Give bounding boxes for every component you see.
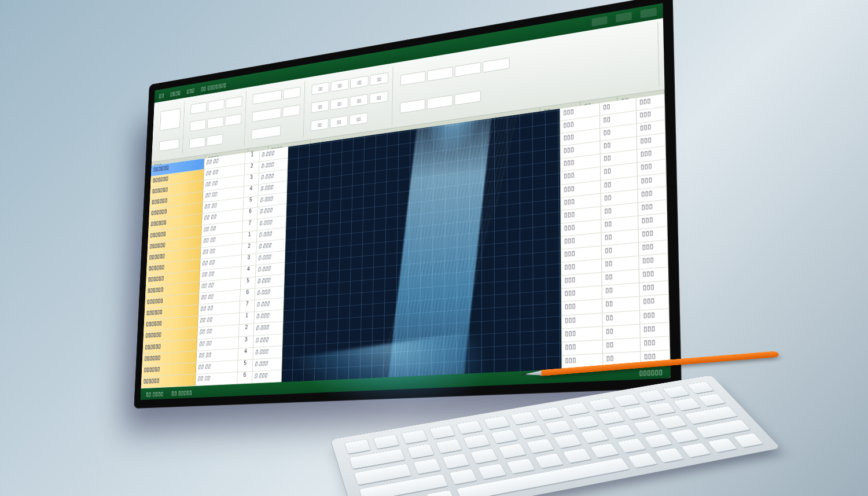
ribbon-button	[190, 102, 207, 114]
ribbon-button	[208, 99, 225, 112]
ribbon-button	[455, 62, 481, 77]
ribbon-button	[427, 95, 453, 109]
ribbon-button: ▯▯	[330, 97, 348, 111]
ribbon-button	[454, 91, 481, 106]
scene: ▯▯ ▯▯▯▯ ▯▯▯ ▯▯ ▯▯▯▯▯▯▯	[0, 0, 868, 496]
ribbon-button	[225, 113, 241, 126]
ribbon-button	[282, 105, 300, 117]
ribbon-button	[207, 116, 224, 129]
sheet-tab: ▯▯ ▯▯▯▯	[146, 391, 163, 397]
window-max-icon	[616, 12, 632, 22]
app-menu-item: ▯▯▯▯	[170, 89, 181, 97]
left-data-columns: ▯▯▯▯▯▯▯▯ ▯▯1▯.▯▯▯▯▯▯▯▯▯▯▯ ▯▯2▯.▯▯▯▯▯▯▯▯▯…	[141, 147, 288, 389]
ribbon-button: ▯▯	[370, 91, 388, 104]
window-min-icon	[591, 16, 607, 27]
dark-grid-area	[282, 109, 562, 382]
ribbon-button: ▯▯	[370, 72, 388, 86]
ribbon-button	[226, 96, 242, 109]
ribbon-button	[207, 134, 223, 146]
spreadsheet-window: ▯▯ ▯▯▯▯ ▯▯▯ ▯▯ ▯▯▯▯▯▯▯	[141, 3, 671, 400]
ribbon-button: ▯▯	[350, 112, 368, 126]
ribbon-button: ▯▯	[350, 94, 368, 107]
ribbon-button	[283, 87, 300, 100]
ribbon-button	[190, 119, 206, 131]
app-menu-item: ▯▯▯	[186, 87, 194, 94]
window-close-icon	[641, 8, 657, 19]
ribbon-button: ▯▯	[330, 115, 348, 128]
ribbon-button	[160, 108, 181, 131]
ribbon-button	[189, 137, 205, 149]
ribbon-button	[427, 67, 453, 82]
ribbon-button	[252, 90, 282, 105]
ribbon-button: ▯▯	[330, 79, 348, 92]
app-menu-item: ▯▯	[159, 92, 164, 99]
ribbon-button	[483, 57, 510, 72]
right-data-columns: ▯▯▯▯▯▯▯▯▯▯▯▯▯▯▯▯▯▯▯▯▯▯▯▯▯▯▯▯▯▯▯▯▯▯▯▯▯▯▯▯…	[560, 94, 670, 369]
ribbon-button	[400, 71, 426, 85]
ribbon-button: ▯▯	[311, 100, 329, 113]
ribbon-button: ▯▯	[350, 76, 369, 89]
ribbon-button	[159, 139, 179, 152]
ribbon-button: ▯▯	[311, 118, 329, 131]
ribbon-button	[400, 99, 425, 113]
ribbon-button: ▯▯	[311, 82, 329, 95]
ribbon-button	[251, 126, 281, 140]
app-title: ▯▯ ▯▯▯▯▯▯▯	[201, 81, 227, 92]
sheet-tab: ▯▯ ▯▯▯▯▯	[171, 389, 192, 396]
tablet-monitor: ▯▯ ▯▯▯▯ ▯▯▯ ▯▯ ▯▯▯▯▯▯▯	[134, 0, 682, 409]
ribbon-button	[252, 108, 281, 122]
status-text: ▯▯▯▯▯▯	[639, 368, 663, 376]
